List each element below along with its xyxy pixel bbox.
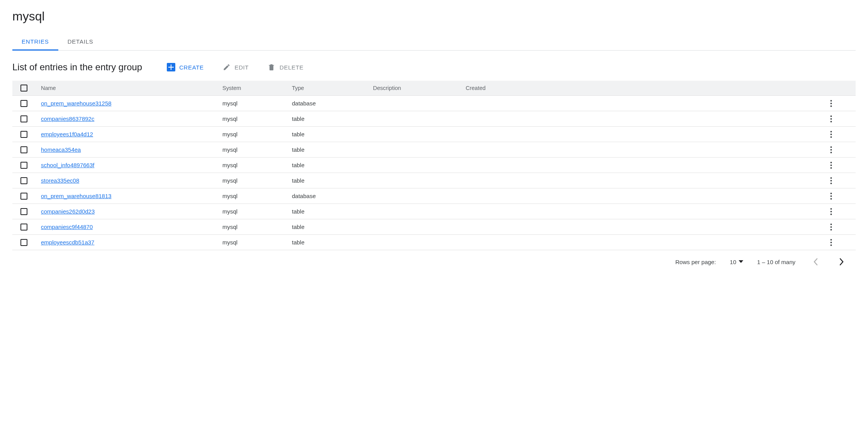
svg-point-4 [831, 118, 832, 120]
row-actions-menu[interactable] [830, 131, 850, 138]
delete-button[interactable]: DELETE [266, 61, 305, 74]
column-header-system: System [217, 81, 287, 96]
more-vert-icon [830, 239, 832, 246]
row-checkbox[interactable] [20, 224, 27, 231]
row-checkbox[interactable] [20, 131, 27, 138]
row-actions-menu[interactable] [830, 208, 850, 215]
entry-name-link[interactable]: school_info4897663f [41, 162, 94, 168]
entry-system: mysql [217, 173, 287, 188]
entry-name-link[interactable]: employeescdb51a37 [41, 239, 94, 246]
entry-created [460, 204, 825, 219]
entry-type: table [287, 111, 368, 127]
row-checkbox[interactable] [20, 162, 27, 169]
entry-description [368, 127, 460, 142]
entry-created [460, 96, 825, 111]
svg-point-29 [831, 244, 832, 246]
svg-point-23 [831, 214, 832, 215]
column-header-description: Description [368, 81, 460, 96]
entry-name-link[interactable]: on_prem_warehouse81813 [41, 193, 112, 199]
more-vert-icon [830, 115, 832, 122]
row-checkbox[interactable] [20, 177, 27, 184]
entry-name-link[interactable]: on_prem_warehouse31258 [41, 100, 112, 107]
pagination-range: 1 – 10 of many [757, 259, 795, 265]
entry-system: mysql [217, 219, 287, 235]
entry-name-link[interactable]: employees1f0a4d12 [41, 131, 93, 137]
svg-point-17 [831, 183, 832, 184]
rows-per-page-select[interactable]: 10 [730, 259, 743, 265]
chevron-left-icon [813, 258, 818, 266]
entry-created [460, 188, 825, 204]
entry-system: mysql [217, 204, 287, 219]
edit-button[interactable]: EDIT [221, 61, 251, 74]
column-header-type: Type [287, 81, 368, 96]
entry-name-link[interactable]: companies262d0d23 [41, 208, 95, 215]
svg-point-25 [831, 226, 832, 228]
tab-entries[interactable]: ENTRIES [12, 34, 58, 51]
next-page-button[interactable] [836, 256, 848, 268]
row-checkbox[interactable] [20, 100, 27, 107]
svg-point-14 [831, 167, 832, 169]
create-button[interactable]: CREATE [165, 61, 205, 74]
table-header-row: Name System Type Description Created [12, 81, 856, 96]
table-row: companies262d0d23mysqltable [12, 204, 856, 219]
entry-name-link[interactable]: companies8637892c [41, 115, 94, 122]
row-actions-menu[interactable] [830, 224, 850, 231]
edit-button-label: EDIT [235, 64, 249, 71]
svg-point-1 [831, 103, 832, 104]
page-title: mysql [12, 9, 856, 24]
entry-name-link[interactable]: storea335ec08 [41, 177, 79, 184]
dropdown-icon [739, 260, 743, 263]
svg-point-9 [831, 146, 832, 148]
table-row: companies8637892cmysqltable [12, 111, 856, 127]
row-actions-menu[interactable] [830, 115, 850, 122]
table-row: homeaca354eamysqltable [12, 142, 856, 158]
entry-type: database [287, 96, 368, 111]
entry-description [368, 142, 460, 158]
more-vert-icon [830, 224, 832, 231]
entry-created [460, 158, 825, 173]
table-row: companiesc9f44870mysqltable [12, 219, 856, 235]
entry-description [368, 204, 460, 219]
rows-per-page-value: 10 [730, 259, 736, 265]
previous-page-button[interactable] [809, 256, 822, 268]
entry-name-link[interactable]: companiesc9f44870 [41, 224, 93, 230]
toolbar-title: List of entries in the entry group [12, 62, 142, 73]
svg-point-15 [831, 177, 832, 179]
row-checkbox[interactable] [20, 208, 27, 215]
table-row: on_prem_warehouse81813mysqldatabase [12, 188, 856, 204]
row-actions-menu[interactable] [830, 146, 850, 153]
entry-description [368, 219, 460, 235]
more-vert-icon [830, 131, 832, 138]
svg-point-2 [831, 105, 832, 107]
entry-created [460, 235, 825, 250]
row-checkbox[interactable] [20, 193, 27, 200]
entry-system: mysql [217, 127, 287, 142]
row-actions-menu[interactable] [830, 193, 850, 200]
toolbar: List of entries in the entry group CREAT… [12, 61, 856, 74]
more-vert-icon [830, 177, 832, 184]
delete-button-label: DELETE [280, 64, 303, 71]
svg-point-12 [831, 162, 832, 163]
row-checkbox[interactable] [20, 146, 27, 153]
row-actions-menu[interactable] [830, 162, 850, 169]
svg-point-18 [831, 193, 832, 194]
entry-system: mysql [217, 188, 287, 204]
row-actions-menu[interactable] [830, 100, 850, 107]
entry-description [368, 188, 460, 204]
entry-created [460, 173, 825, 188]
entry-description [368, 158, 460, 173]
svg-point-16 [831, 180, 832, 181]
select-all-checkbox[interactable] [20, 85, 27, 92]
entry-created [460, 127, 825, 142]
row-checkbox[interactable] [20, 115, 27, 122]
row-checkbox[interactable] [20, 239, 27, 246]
entry-created [460, 142, 825, 158]
entry-system: mysql [217, 158, 287, 173]
row-actions-menu[interactable] [830, 177, 850, 184]
rows-per-page-label: Rows per page: [675, 259, 716, 265]
tab-details[interactable]: DETAILS [58, 34, 103, 51]
entry-name-link[interactable]: homeaca354ea [41, 146, 81, 153]
entry-system: mysql [217, 96, 287, 111]
svg-point-10 [831, 149, 832, 151]
row-actions-menu[interactable] [830, 239, 850, 246]
